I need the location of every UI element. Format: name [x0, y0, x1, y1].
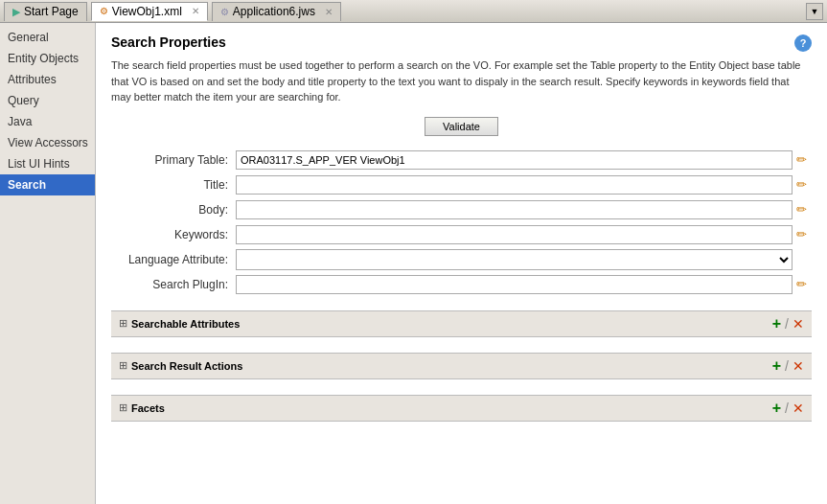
search-plugin-input[interactable] [236, 275, 793, 294]
main-layout: General Entity Objects Attributes Query … [0, 23, 827, 504]
content-area: Search Properties ? The search field pro… [96, 23, 827, 504]
keywords-input[interactable] [236, 225, 793, 244]
language-attribute-label: Language Attribute: [111, 253, 236, 266]
sidebar-item-search[interactable]: Search [0, 174, 95, 195]
search-result-actions-edit-icon[interactable]: / [785, 358, 789, 374]
search-result-actions-title: Search Result Actions [131, 360, 772, 372]
tab-application[interactable]: ⚙ Application6.jws ✕ [212, 2, 341, 21]
search-result-actions-delete-icon[interactable]: ✕ [793, 358, 804, 374]
viewobj-icon: ⚙ [100, 6, 108, 16]
title-edit-icon[interactable]: ✏ [796, 177, 812, 192]
app-close-icon[interactable]: ✕ [325, 7, 333, 17]
app-icon: ⚙ [220, 7, 229, 17]
primary-table-row: Primary Table: ✏ [111, 149, 812, 171]
searchable-attributes-delete-icon[interactable]: ✕ [793, 316, 804, 332]
description-text: The search field properties must be used… [111, 57, 812, 105]
validate-button[interactable]: Validate [425, 117, 498, 136]
tabs-dropdown[interactable]: ▼ [806, 3, 823, 20]
sidebar-item-view-accessors[interactable]: View Accessors [0, 132, 95, 153]
searchable-attributes-expand-icon: ⊞ [119, 317, 127, 330]
facets-expand-icon: ⊞ [119, 401, 127, 414]
language-attribute-row: Language Attribute: ✏ [111, 249, 812, 270]
tab-viewobj-label: ViewObj1.xml [112, 5, 182, 18]
facets-actions: + / ✕ [772, 400, 804, 417]
sidebar-item-query[interactable]: Query [0, 90, 95, 111]
language-attribute-select[interactable] [236, 249, 793, 270]
primary-table-label: Primary Table: [111, 153, 236, 167]
primary-table-input[interactable] [236, 150, 793, 170]
primary-table-edit-icon[interactable]: ✏ [796, 152, 812, 167]
sidebar-item-general[interactable]: General [0, 27, 95, 48]
searchable-attributes-actions: + / ✕ [772, 315, 804, 332]
close-icon[interactable]: ✕ [192, 6, 199, 16]
keywords-edit-icon[interactable]: ✏ [796, 227, 812, 241]
sidebar: General Entity Objects Attributes Query … [0, 23, 96, 504]
searchable-attributes-title: Searchable Attributes [131, 318, 772, 330]
tab-application-label: Application6.jws [233, 5, 315, 18]
searchable-attributes-add-icon[interactable]: + [772, 315, 781, 332]
body-edit-icon[interactable]: ✏ [796, 202, 812, 217]
searchable-attributes-section[interactable]: ⊞ Searchable Attributes + / ✕ [111, 310, 812, 337]
title-input[interactable] [236, 175, 793, 195]
tab-start-page[interactable]: ▶ Start Page [4, 2, 87, 21]
body-label: Body: [111, 203, 236, 217]
search-plugin-label: Search PlugIn: [111, 278, 236, 291]
facets-title: Facets [131, 402, 772, 414]
sidebar-item-java[interactable]: Java [0, 111, 95, 132]
tab-viewobj[interactable]: ⚙ ViewObj1.xml ✕ [91, 2, 208, 21]
sidebar-item-list-ui-hints[interactable]: List UI Hints [0, 153, 95, 174]
body-row: Body: ✏ [111, 199, 812, 220]
sidebar-item-entity-objects[interactable]: Entity Objects [0, 48, 95, 69]
search-result-actions-section[interactable]: ⊞ Search Result Actions + / ✕ [111, 353, 812, 379]
facets-section[interactable]: ⊞ Facets + / ✕ [111, 395, 812, 422]
facets-edit-icon[interactable]: / [785, 401, 789, 416]
searchable-attributes-edit-icon[interactable]: / [785, 316, 789, 332]
sidebar-item-attributes[interactable]: Attributes [0, 69, 95, 90]
tab-start-page-label: Start Page [24, 5, 79, 18]
search-result-actions-add-icon[interactable]: + [772, 357, 781, 375]
title-label: Title: [111, 178, 236, 192]
facets-delete-icon[interactable]: ✕ [793, 401, 804, 416]
search-result-actions-actions: + / ✕ [772, 357, 804, 375]
page-title: Search Properties [111, 34, 226, 50]
search-plugin-row: Search PlugIn: ✏ [111, 274, 812, 295]
tab-bar: ▶ Start Page ⚙ ViewObj1.xml ✕ ⚙ Applicat… [0, 0, 827, 23]
search-plugin-edit-icon[interactable]: ✏ [796, 277, 812, 291]
facets-add-icon[interactable]: + [772, 400, 781, 417]
start-page-icon: ▶ [12, 6, 20, 18]
body-input[interactable] [236, 200, 793, 219]
validate-row: Validate [111, 117, 812, 136]
keywords-label: Keywords: [111, 228, 236, 241]
keywords-row: Keywords: ✏ [111, 224, 812, 245]
tabs-dropdown-icon: ▼ [811, 7, 819, 16]
search-result-actions-expand-icon: ⊞ [119, 359, 127, 372]
title-row: Title: ✏ [111, 174, 812, 195]
help-icon[interactable]: ? [794, 34, 812, 52]
